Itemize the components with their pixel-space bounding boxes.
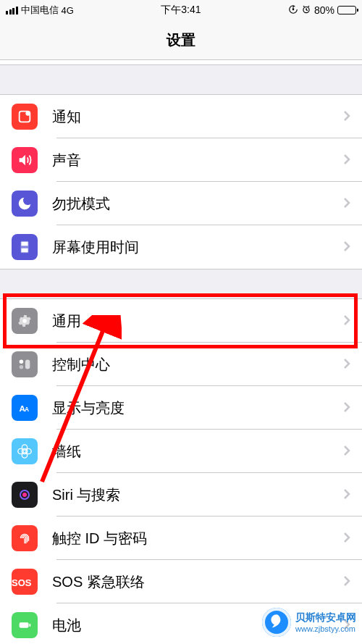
watermark-url: www.zjbstyy.com — [295, 624, 356, 633]
row-label: SOS 紧急联络 — [52, 572, 343, 592]
row-label: 显示与亮度 — [52, 398, 343, 418]
chevron-right-icon — [343, 239, 350, 255]
watermark-logo-icon — [262, 608, 291, 637]
signal-icon — [6, 7, 18, 14]
row-label: Siri 与搜索 — [52, 485, 343, 505]
svg-rect-21 — [29, 624, 30, 627]
settings-row-wallpaper[interactable]: 墙纸 — [0, 430, 362, 473]
settings-row-truncated[interactable] — [0, 60, 362, 64]
touchid-icon — [12, 525, 38, 551]
settings-row-dnd[interactable]: 勿扰模式 — [0, 182, 362, 225]
svg-point-14 — [18, 448, 23, 453]
svg-text:SOS: SOS — [12, 577, 32, 588]
screentime-icon — [12, 234, 38, 260]
settings-row-controlcenter[interactable]: 控制中心 — [0, 343, 362, 386]
chevron-right-icon — [343, 196, 350, 212]
settings-scroll[interactable]: 通知声音勿扰模式屏幕使用时间通用控制中心AA显示与亮度墙纸Siri 与搜索触控 … — [0, 60, 362, 644]
chevron-right-icon — [343, 313, 350, 329]
sos-icon: SOS — [12, 569, 38, 595]
chevron-right-icon — [343, 443, 350, 459]
battery-icon — [12, 612, 38, 638]
battery-pct-label: 80% — [314, 4, 334, 16]
row-label: 触控 ID 与密码 — [52, 529, 343, 548]
dnd-icon — [12, 191, 38, 217]
chevron-right-icon — [343, 356, 350, 372]
svg-point-15 — [26, 448, 31, 453]
settings-row-sos[interactable]: SOSSOS 紧急联络 — [0, 560, 362, 603]
alarm-icon — [301, 4, 311, 17]
chevron-right-icon — [343, 109, 350, 125]
chevron-right-icon — [343, 487, 350, 503]
controlcenter-icon — [12, 351, 38, 377]
wallpaper-icon — [12, 438, 38, 464]
row-label: 屏幕使用时间 — [52, 238, 343, 257]
svg-rect-8 — [25, 360, 30, 369]
settings-row-touchid[interactable]: 触控 ID 与密码 — [0, 517, 362, 560]
row-label: 声音 — [52, 151, 343, 170]
settings-row-sounds[interactable]: 声音 — [0, 138, 362, 182]
svg-rect-20 — [20, 622, 29, 627]
status-left: 中国电信 4G — [6, 4, 74, 17]
svg-rect-7 — [20, 365, 24, 369]
row-label: 通用 — [52, 311, 343, 331]
row-label: 通知 — [52, 107, 343, 127]
svg-point-18 — [22, 493, 27, 497]
svg-point-3 — [25, 111, 30, 115]
settings-row-screentime[interactable]: 屏幕使用时间 — [0, 225, 362, 269]
settings-row-notifications[interactable]: 通知 — [0, 95, 362, 138]
chevron-right-icon — [343, 574, 350, 590]
page-title: 设置 — [167, 30, 195, 50]
status-right: 80% — [288, 4, 356, 17]
carrier-label: 中国电信 — [21, 4, 59, 17]
clock-label: 下午3:41 — [161, 4, 201, 17]
settings-row-siri[interactable]: Siri 与搜索 — [0, 473, 362, 517]
watermark: 贝斯特安卓网 www.zjbstyy.com — [262, 608, 356, 637]
watermark-site: 贝斯特安卓网 — [295, 611, 356, 624]
network-label: 4G — [62, 5, 74, 16]
row-label: 控制中心 — [52, 355, 343, 375]
settings-row-general[interactable]: 通用 — [0, 299, 362, 343]
notifications-icon — [12, 104, 38, 130]
siri-icon — [12, 482, 38, 508]
status-bar: 中国电信 4G 下午3:41 80% — [0, 0, 362, 20]
settings-row-display[interactable]: AA显示与亮度 — [0, 386, 362, 430]
battery-icon — [337, 6, 356, 14]
chevron-right-icon — [343, 530, 350, 546]
orientation-lock-icon — [288, 4, 298, 17]
row-label: 墙纸 — [52, 442, 343, 461]
general-icon — [12, 308, 38, 334]
sounds-icon — [12, 147, 38, 173]
nav-bar: 设置 — [0, 20, 362, 60]
svg-text:A: A — [25, 406, 29, 413]
svg-point-6 — [20, 360, 24, 364]
row-label: 勿扰模式 — [52, 194, 343, 214]
svg-rect-0 — [292, 8, 294, 10]
chevron-right-icon — [343, 152, 350, 168]
display-icon: AA — [12, 395, 38, 421]
chevron-right-icon — [343, 400, 350, 416]
